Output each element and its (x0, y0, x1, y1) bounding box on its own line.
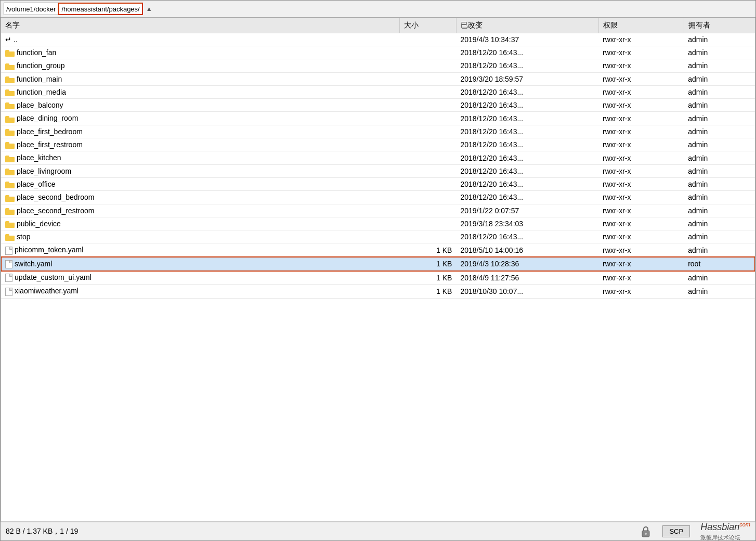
file-list-container[interactable]: 名字 大小 已改变 权限 拥有者 ↵..2019/4/3 10:34:37rwx… (1, 18, 755, 522)
table-row[interactable]: place_second_restroom2019/1/22 0:07:57rw… (1, 204, 755, 217)
file-name-cell: place_dining_room (1, 112, 399, 125)
col-header-name: 名字 (1, 18, 399, 33)
file-name-text: place_first_bedroom (17, 127, 83, 136)
file-size-cell: 1 KB (399, 257, 456, 270)
file-name-cell: function_media (1, 85, 399, 98)
file-permissions-cell: rwxr-xr-x (598, 217, 684, 230)
col-header-permissions: 权限 (598, 18, 684, 33)
table-row[interactable]: switch.yaml1 KB2019/4/3 10:28:36rwxr-xr-… (1, 257, 755, 270)
file-permissions-cell: rwxr-xr-x (598, 271, 684, 285)
address-bar: /volume1/docker /homeassistant/packages/… (1, 1, 755, 18)
folder-icon (5, 155, 15, 162)
table-row[interactable]: place_first_bedroom2018/12/20 16:43...rw… (1, 125, 755, 138)
file-owner-cell: admin (684, 72, 755, 85)
status-info: 82 B / 1.37 KB，1 / 19 (6, 527, 78, 536)
file-size-cell: 1 KB (399, 243, 456, 257)
file-name-text: place_livingroom (17, 167, 71, 175)
table-row[interactable]: place_second_bedroom2018/12/20 16:43...r… (1, 191, 755, 204)
file-name-cell: function_group (1, 59, 399, 72)
file-owner-cell: admin (684, 164, 755, 177)
file-permissions-cell: rwxr-xr-x (598, 125, 684, 138)
file-modified-cell: 2018/12/20 16:43... (456, 230, 598, 243)
table-row[interactable]: function_main2019/3/20 18:59:57rwxr-xr-x… (1, 72, 755, 85)
file-list-body: ↵..2019/4/3 10:34:37rwxr-xr-xadminfuncti… (1, 33, 755, 299)
file-manager-window: /volume1/docker /homeassistant/packages/… (0, 0, 756, 541)
file-owner-cell: admin (684, 99, 755, 112)
file-size-cell (399, 46, 456, 59)
file-owner-cell: admin (684, 204, 755, 217)
address-bar-content: /volume1/docker /homeassistant/packages/… (4, 3, 752, 15)
file-modified-cell: 2018/12/20 16:43... (456, 191, 598, 204)
file-size-cell (399, 125, 456, 138)
file-name-cell: stop (1, 230, 399, 243)
file-permissions-cell: rwxr-xr-x (598, 204, 684, 217)
table-row[interactable]: ↵..2019/4/3 10:34:37rwxr-xr-xadmin (1, 33, 755, 46)
folder-icon (5, 76, 15, 83)
file-name-text: stop (17, 233, 30, 241)
status-bar: 82 B / 1.37 KB，1 / 19 SCP Hassbiancom 派彼… (1, 522, 755, 540)
file-name-cell: function_fan (1, 46, 399, 59)
status-right: SCP Hassbiancom 派彼岸技术论坛 (640, 521, 750, 541)
address-highlighted[interactable]: /homeassistant/packages/ (58, 3, 142, 15)
table-row[interactable]: place_livingroom2018/12/20 16:43...rwxr-… (1, 164, 755, 177)
file-owner-cell: admin (684, 112, 755, 125)
table-row[interactable]: place_office2018/12/20 16:43...rwxr-xr-x… (1, 177, 755, 190)
table-row[interactable]: public_device2019/3/18 23:34:03rwxr-xr-x… (1, 217, 755, 230)
file-owner-cell: admin (684, 85, 755, 98)
file-size-cell (399, 85, 456, 98)
hassbian-sub-text: 派彼岸技术论坛 (700, 534, 740, 540)
table-row[interactable]: stop2018/12/20 16:43...rwxr-xr-xadmin (1, 230, 755, 243)
table-row[interactable]: xiaomiweather.yaml1 KB2018/10/30 10:07..… (1, 285, 755, 298)
folder-icon (5, 102, 15, 109)
folder-icon (5, 208, 15, 215)
file-size-cell (399, 204, 456, 217)
file-permissions-cell: rwxr-xr-x (598, 72, 684, 85)
table-row[interactable]: place_dining_room2018/12/20 16:43...rwxr… (1, 112, 755, 125)
file-name-text: place_kitchen (17, 153, 61, 162)
file-owner-cell: admin (684, 271, 755, 285)
file-modified-cell: 2018/12/20 16:43... (456, 59, 598, 72)
file-owner-cell: admin (684, 177, 755, 190)
file-name-cell: ↵.. (1, 33, 399, 46)
scp-button[interactable]: SCP (662, 525, 690, 537)
file-owner-cell: admin (684, 285, 755, 298)
file-permissions-cell: rwxr-xr-x (598, 151, 684, 164)
address-prefix[interactable]: /volume1/docker (4, 3, 58, 15)
file-modified-cell: 2018/12/20 16:43... (456, 99, 598, 112)
file-icon (5, 247, 12, 255)
file-modified-cell: 2018/12/20 16:43... (456, 177, 598, 190)
table-row[interactable]: update_custom_ui.yaml1 KB2018/4/9 11:27:… (1, 271, 755, 285)
file-owner-cell: admin (684, 138, 755, 151)
file-name-text: phicomm_token.yaml (15, 246, 83, 254)
file-permissions-cell: rwxr-xr-x (598, 164, 684, 177)
table-row[interactable]: phicomm_token.yaml1 KB2018/5/10 14:00:16… (1, 243, 755, 257)
table-row[interactable]: function_media2018/12/20 16:43...rwxr-xr… (1, 85, 755, 98)
hassbian-logo-text: Hassbiancom (700, 522, 750, 532)
folder-icon (5, 141, 15, 149)
folder-icon (5, 181, 15, 188)
file-name-text: update_custom_ui.yaml (15, 273, 92, 281)
file-size-cell (399, 72, 456, 85)
table-row[interactable]: place_kitchen2018/12/20 16:43...rwxr-xr-… (1, 151, 755, 164)
caret-indicator: ▲ (146, 5, 152, 12)
file-name-cell: place_first_bedroom (1, 125, 399, 138)
file-size-cell (399, 230, 456, 243)
file-table: 名字 大小 已改变 权限 拥有者 ↵..2019/4/3 10:34:37rwx… (1, 18, 755, 299)
file-name-cell: phicomm_token.yaml (1, 243, 399, 257)
file-modified-cell: 2018/12/20 16:43... (456, 138, 598, 151)
file-owner-cell: admin (684, 151, 755, 164)
folder-icon (5, 89, 15, 96)
table-row[interactable]: place_first_restroom2018/12/20 16:43...r… (1, 138, 755, 151)
file-size-cell (399, 138, 456, 151)
file-owner-cell: admin (684, 46, 755, 59)
file-modified-cell: 2019/4/3 10:28:36 (456, 257, 598, 270)
file-size-cell (399, 217, 456, 230)
file-name-text: place_office (17, 180, 55, 188)
table-row[interactable]: function_group2018/12/20 16:43...rwxr-xr… (1, 59, 755, 72)
file-permissions-cell: rwxr-xr-x (598, 191, 684, 204)
table-row[interactable]: function_fan2018/12/20 16:43...rwxr-xr-x… (1, 46, 755, 59)
file-size-cell (399, 99, 456, 112)
file-name-cell: place_second_bedroom (1, 191, 399, 204)
table-row[interactable]: place_balcony2018/12/20 16:43...rwxr-xr-… (1, 99, 755, 112)
file-name-text: place_first_restroom (17, 140, 83, 149)
